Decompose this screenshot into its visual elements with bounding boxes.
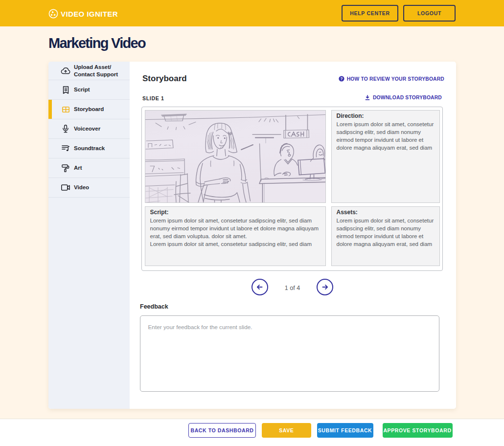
svg-text:?: ?: [340, 77, 343, 81]
